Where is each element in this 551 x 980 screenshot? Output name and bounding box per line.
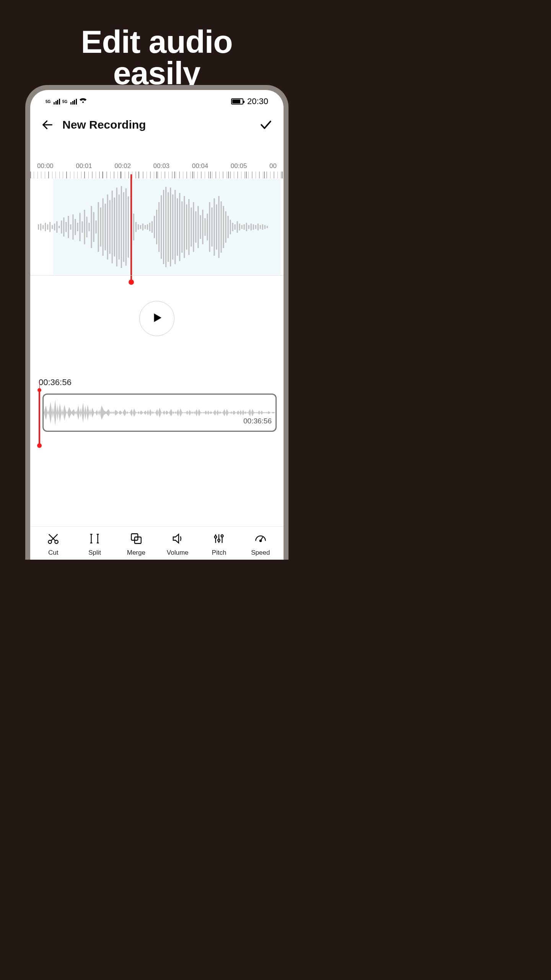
tool-split[interactable]: Split	[74, 532, 115, 557]
svg-rect-43	[135, 222, 137, 232]
svg-rect-5	[47, 224, 48, 230]
clip-region[interactable]: 00:36:56	[42, 394, 277, 432]
svg-rect-45	[140, 225, 141, 229]
svg-rect-2	[40, 224, 41, 230]
svg-rect-80	[221, 201, 222, 253]
svg-rect-24	[91, 206, 92, 248]
waveform-timeline[interactable]: 00:00 00:01 00:02 00:03 00:04 00:05 00	[30, 162, 284, 281]
tool-pitch[interactable]: Pitch	[198, 532, 240, 557]
svg-rect-94	[253, 224, 254, 230]
svg-rect-29	[103, 198, 104, 256]
play-icon	[150, 311, 164, 326]
svg-rect-30	[105, 204, 106, 250]
svg-rect-27	[98, 202, 99, 252]
svg-rect-90	[244, 224, 245, 230]
svg-rect-16	[72, 214, 73, 240]
svg-point-109	[218, 539, 220, 541]
svg-rect-31	[107, 194, 108, 260]
device-screen: 5G 5G 20:30 New Recording	[30, 90, 284, 557]
svg-rect-11	[61, 220, 62, 234]
svg-rect-81	[223, 206, 224, 248]
svg-rect-9	[56, 221, 57, 233]
svg-rect-52	[156, 210, 157, 244]
play-button[interactable]	[139, 301, 174, 336]
svg-rect-74	[207, 214, 208, 240]
svg-rect-96	[258, 224, 259, 230]
svg-rect-72	[202, 210, 203, 244]
svg-rect-82	[225, 211, 227, 243]
svg-rect-99	[264, 225, 266, 229]
svg-rect-38	[123, 192, 124, 262]
tool-speed[interactable]: Speed	[240, 532, 281, 557]
waveform-canvas[interactable]	[30, 179, 284, 275]
svg-rect-73	[204, 218, 205, 236]
svg-rect-51	[154, 216, 155, 238]
svg-rect-37	[121, 186, 122, 268]
svg-rect-85	[232, 223, 233, 231]
time-tick: 00:02	[114, 162, 131, 170]
tool-label: Split	[88, 549, 101, 557]
volume-icon	[171, 532, 184, 547]
clip-duration: 00:36:56	[243, 417, 272, 425]
svg-rect-60	[174, 190, 176, 264]
svg-rect-64	[184, 196, 185, 258]
svg-rect-54	[161, 195, 162, 259]
confirm-icon[interactable]	[259, 118, 273, 132]
svg-rect-83	[228, 216, 229, 238]
time-tick: 00:05	[231, 162, 247, 170]
svg-rect-66	[188, 199, 189, 255]
svg-rect-55	[163, 190, 164, 264]
playhead[interactable]	[130, 174, 132, 282]
svg-rect-50	[152, 221, 153, 233]
signal-bars-icon	[54, 99, 60, 105]
ruler	[30, 172, 284, 178]
svg-rect-46	[142, 224, 143, 230]
time-tick: 00:03	[153, 162, 170, 170]
svg-rect-35	[116, 188, 117, 266]
svg-rect-6	[49, 222, 51, 232]
tool-label: Volume	[167, 549, 189, 557]
svg-rect-65	[186, 204, 187, 250]
svg-rect-75	[209, 202, 210, 252]
tool-merge[interactable]: Merge	[116, 532, 157, 557]
network-5g-icon: 5G	[46, 100, 51, 104]
svg-rect-18	[77, 223, 78, 231]
svg-point-108	[215, 536, 217, 538]
svg-rect-59	[172, 194, 173, 260]
svg-rect-47	[145, 225, 146, 229]
tool-cut[interactable]: Cut	[33, 532, 74, 557]
svg-rect-79	[218, 196, 219, 258]
svg-rect-76	[211, 207, 212, 247]
svg-rect-62	[179, 193, 180, 261]
svg-rect-33	[112, 191, 113, 263]
wifi-icon	[79, 98, 87, 105]
svg-rect-22	[86, 217, 87, 237]
speed-icon	[254, 532, 267, 547]
svg-rect-78	[216, 204, 217, 250]
svg-rect-42	[133, 214, 134, 240]
clip-playhead[interactable]	[39, 390, 40, 446]
svg-rect-20	[82, 221, 83, 233]
svg-rect-61	[177, 198, 178, 256]
tool-volume[interactable]: Volume	[157, 532, 198, 557]
svg-rect-15	[70, 224, 71, 230]
time-tick: 00:01	[76, 162, 92, 170]
svg-rect-68	[193, 202, 194, 252]
time-tick: 00:00	[37, 162, 54, 170]
waveform-bars	[30, 179, 284, 275]
waveform-baseline	[30, 275, 284, 276]
back-icon[interactable]	[41, 118, 54, 131]
svg-rect-87	[237, 221, 238, 233]
svg-rect-10	[59, 226, 60, 228]
svg-rect-97	[260, 225, 261, 229]
svg-rect-49	[149, 223, 150, 231]
clip-timeline[interactable]: 00:36:56 00:36:56	[30, 377, 284, 436]
svg-rect-57	[168, 192, 169, 262]
promo-headline: Edit audio easily	[0, 0, 313, 89]
svg-rect-13	[65, 222, 67, 232]
time-tick: 00:04	[192, 162, 209, 170]
device-frame: 5G 5G 20:30 New Recording	[25, 85, 289, 557]
svg-rect-39	[126, 188, 127, 266]
svg-rect-93	[251, 224, 252, 230]
svg-point-112	[260, 540, 261, 542]
